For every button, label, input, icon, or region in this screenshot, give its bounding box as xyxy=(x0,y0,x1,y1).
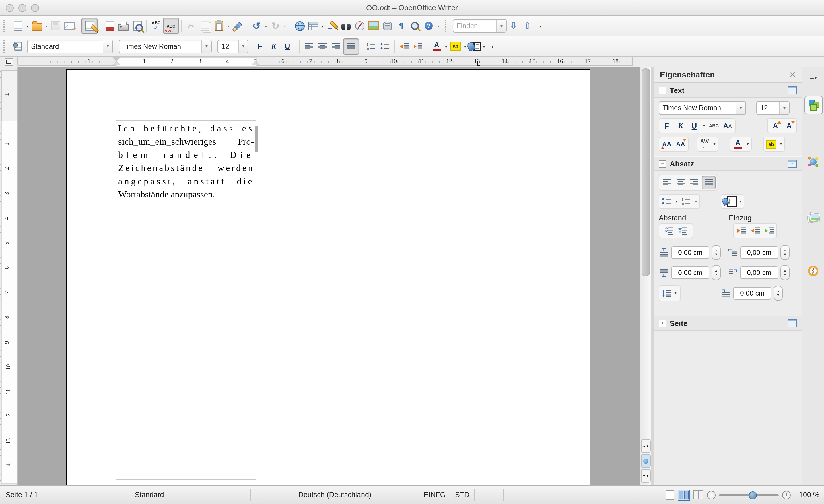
line-spacing-button[interactable] xyxy=(661,287,672,300)
show-draw-functions-button[interactable] xyxy=(325,19,339,33)
findbar-overflow[interactable]: ▾ xyxy=(538,19,543,33)
sidebar-menu-button[interactable]: ≡▾ xyxy=(805,70,822,87)
character-spacing-dropdown[interactable]: ▾ xyxy=(712,142,717,146)
seite-section-header[interactable]: + Seite xyxy=(654,316,802,331)
status-language[interactable]: Deutsch (Deutschland) xyxy=(251,489,419,501)
align-center-button[interactable] xyxy=(316,39,329,53)
zoom-out-button[interactable]: − xyxy=(707,491,716,499)
absatz-dialog-launcher-icon[interactable] xyxy=(788,160,797,168)
underline-button[interactable]: U xyxy=(281,39,294,53)
spellcheck-button[interactable]: ABC✓ xyxy=(149,19,163,33)
auto-spellcheck-button[interactable]: ABC xyxy=(163,18,179,34)
background-color-dropdown[interactable]: ▾ xyxy=(482,39,487,53)
right-indent-marker[interactable] xyxy=(252,62,259,65)
tab-gallery[interactable] xyxy=(805,208,822,226)
numbered-list-button[interactable]: III xyxy=(365,39,378,53)
findbar-grip[interactable] xyxy=(445,19,450,32)
zoom-in-button[interactable]: + xyxy=(782,491,791,499)
sidebar-italic-button[interactable]: K xyxy=(674,119,687,132)
sidebar-increase-indent-button[interactable] xyxy=(735,224,748,237)
sidebar-decrease-indent-button[interactable] xyxy=(749,224,761,237)
indent-after-spinner[interactable]: ▲▼ xyxy=(781,265,790,280)
indent-after-field[interactable]: 0,00 cm xyxy=(740,266,778,279)
table-dropdown[interactable]: ▾ xyxy=(320,19,325,33)
zoom-slider[interactable] xyxy=(719,494,779,496)
status-insert-mode[interactable]: EINFG xyxy=(419,489,450,501)
toolbar-grip[interactable] xyxy=(3,40,9,53)
edit-mode-button[interactable] xyxy=(82,18,98,34)
paste-button[interactable] xyxy=(212,19,225,33)
zoom-slider-thumb[interactable] xyxy=(749,491,757,499)
vertical-scrollbar[interactable]: ▲▲ ▼▼ xyxy=(640,67,651,485)
collapse-icon[interactable]: − xyxy=(659,160,666,167)
character-spacing-button[interactable]: A\V↔ xyxy=(698,138,711,150)
insert-table-button[interactable] xyxy=(306,19,320,33)
find-previous-button[interactable]: ⇧ xyxy=(520,19,534,33)
font-size-combobox[interactable]: 12 ▾ xyxy=(217,39,248,53)
switch-indent-button[interactable] xyxy=(762,224,775,237)
sidebar-underline-button[interactable]: U xyxy=(688,119,701,132)
find-next-button[interactable]: ⇩ xyxy=(507,19,520,33)
line-spacing-dropdown[interactable]: ▾ xyxy=(673,291,678,296)
sidebar-font-color-button[interactable]: A xyxy=(732,138,744,150)
page[interactable]: Ich befürchte, dass es sich_um_ein_schwi… xyxy=(66,70,591,485)
page-preview-button[interactable] xyxy=(130,19,144,33)
toolbar-overflow[interactable]: ▾ xyxy=(435,19,441,33)
sidebar-align-left-button[interactable] xyxy=(660,176,673,189)
decrease-indent-button[interactable] xyxy=(397,39,411,53)
font-name-dropdown[interactable]: ▾ xyxy=(201,40,211,53)
vertical-ruler[interactable]: 1 1234567891011121314 xyxy=(0,67,18,485)
data-sources-button[interactable] xyxy=(381,19,394,33)
italic-button[interactable]: K xyxy=(267,39,281,53)
bullet-list-dropdown[interactable]: ▾ xyxy=(674,199,679,204)
email-document-button[interactable] xyxy=(63,19,76,33)
sidebar-splitter[interactable] xyxy=(651,67,653,485)
sidebar-font-name-combobox[interactable]: Times New Roman ▾ xyxy=(659,101,746,115)
decrease-paragraph-spacing-button[interactable] xyxy=(677,224,689,237)
tab-styles[interactable] xyxy=(805,153,822,171)
indent-firstline-field[interactable]: 0,00 cm xyxy=(733,287,771,300)
next-page-button[interactable]: ▼▼ xyxy=(641,469,651,483)
indent-firstline-spinner[interactable]: ▲▼ xyxy=(774,286,783,301)
book-view-button[interactable] xyxy=(693,490,704,499)
gallery-button[interactable] xyxy=(367,19,381,33)
format-paintbrush-button[interactable] xyxy=(231,19,244,33)
subscript-button[interactable]: AA xyxy=(674,138,687,150)
indent-before-spinner[interactable]: ▲▼ xyxy=(781,245,790,260)
absatz-section-header[interactable]: − Absatz xyxy=(654,156,802,171)
find-replace-button[interactable] xyxy=(339,19,353,33)
align-right-button[interactable] xyxy=(329,39,343,53)
sidebar-highlighting-dropdown[interactable]: ▾ xyxy=(779,142,783,146)
undo-dropdown[interactable]: ▾ xyxy=(264,19,269,33)
export-pdf-button[interactable] xyxy=(103,19,116,33)
undo-button[interactable]: ↺ xyxy=(249,19,264,33)
decrease-font-size-button[interactable]: A xyxy=(783,119,796,132)
bold-button[interactable]: F xyxy=(253,39,267,53)
font-size-dropdown[interactable]: ▾ xyxy=(238,40,248,53)
open-button[interactable] xyxy=(30,19,43,33)
new-document-button[interactable] xyxy=(11,19,25,33)
new-document-dropdown[interactable]: ▾ xyxy=(25,19,30,33)
sidebar-justify-button[interactable] xyxy=(702,176,716,189)
superscript-button[interactable]: AA xyxy=(660,138,673,150)
document-canvas[interactable]: Ich befürchte, dass es sich_um_ein_schwi… xyxy=(18,67,640,485)
navigator-button[interactable] xyxy=(353,19,367,33)
sidebar-numbered-list-button[interactable]: III xyxy=(680,195,693,208)
status-page[interactable]: Seite 1 / 1 xyxy=(0,489,129,501)
increase-paragraph-spacing-button[interactable] xyxy=(663,224,676,237)
multi-page-view-button[interactable] xyxy=(678,489,690,500)
increase-font-size-button[interactable]: A xyxy=(769,119,782,132)
help-button[interactable]: ? xyxy=(422,19,435,33)
styles-dialog-button[interactable] xyxy=(11,39,25,53)
font-color-dropdown[interactable]: ▾ xyxy=(443,39,449,53)
find-combobox[interactable]: Finden ▾ xyxy=(453,19,507,33)
underline-dropdown[interactable]: ▾ xyxy=(702,123,706,128)
bullet-list-button[interactable] xyxy=(378,39,392,53)
spacing-below-field[interactable]: 0,00 cm xyxy=(672,266,709,279)
sidebar-font-size-combobox[interactable]: 12 ▾ xyxy=(756,101,790,115)
horizontal-ruler[interactable]: 1 123456789101112131415161718 xyxy=(17,57,633,66)
toolbar-grip[interactable] xyxy=(3,19,9,32)
font-color-button[interactable]: A xyxy=(430,39,443,53)
text-section-header[interactable]: − Text xyxy=(654,83,802,98)
frame-handle[interactable] xyxy=(255,126,258,152)
